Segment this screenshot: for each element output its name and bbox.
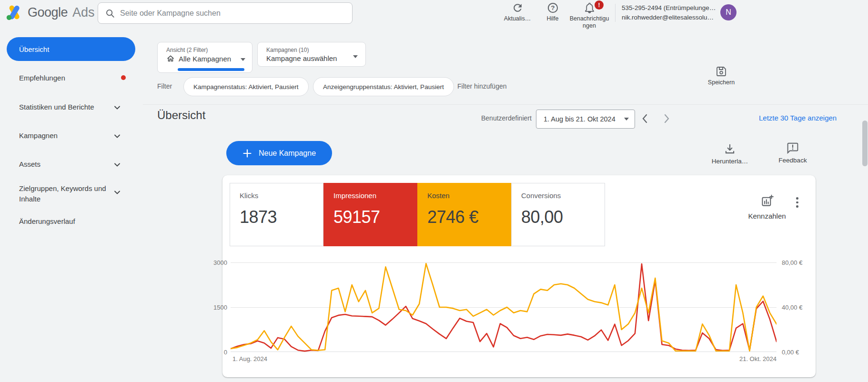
help-label: Hilfe [546, 15, 558, 22]
save-icon [716, 66, 727, 77]
date-range-value: 1. Aug bis 21. Okt 2024 [544, 115, 619, 123]
notifications-button[interactable]: ! Benachrichtigungen [566, 2, 612, 30]
sidebar-item-label: Änderungsverlauf [19, 217, 75, 225]
y-right-tick-0: 0,00 € [782, 349, 799, 356]
feedback-button[interactable]: Feedback [769, 142, 817, 164]
avatar-initial: N [726, 8, 731, 17]
sidebar-item-label: Übersicht [19, 45, 49, 53]
sidebar-item-label: Statistiken und Berichte [19, 103, 94, 111]
metric-label: Klicks [240, 191, 323, 200]
date-prev-button[interactable] [641, 113, 650, 124]
metrics-picker-button[interactable]: Kennzahlen [741, 194, 793, 220]
chart-menu-button[interactable] [794, 195, 800, 210]
account-email: nik.rohwedder@elitesalessolu… [622, 13, 716, 22]
view-dropdown-value: Alle Kampagnen [179, 55, 231, 63]
x-axis-end-label: 21. Okt. 2024 [729, 355, 777, 362]
sidebar-item-label: Kampagnen [19, 131, 58, 140]
new-campaign-button[interactable]: Neue Kampagne [226, 141, 332, 165]
page-scrollbar[interactable] [862, 121, 868, 166]
metrics-picker-label: Kennzahlen [748, 212, 786, 220]
y-right-tick-80: 80,00 € [782, 259, 802, 266]
recommendations-dot-icon [121, 75, 126, 80]
metric-card-conversions[interactable]: Conversions 80,00 [511, 183, 605, 246]
google-ads-logo-icon [6, 4, 23, 21]
sidebar-item-aenderungsverlauf[interactable]: Änderungsverlauf [19, 217, 129, 225]
sidebar-item-uebersicht[interactable]: Übersicht [7, 37, 135, 61]
chevron-down-icon[interactable] [113, 104, 121, 111]
sidebar-item-label: Zielgruppen, Keywords und Inhalte [19, 184, 106, 203]
y-left-tick-3000: 3000 [212, 259, 227, 266]
download-button[interactable]: Herunterla… [706, 143, 754, 165]
metric-label: Conversions [521, 191, 605, 200]
view-dropdown-label: Ansicht (2 Filter) [166, 47, 252, 53]
sidebar-item-kampagnen[interactable]: Kampagnen [19, 131, 129, 140]
metric-value: 1873 [240, 207, 323, 227]
account-info[interactable]: 535-295-2494 (Entrümpelunge… nik.rohwedd… [622, 3, 716, 22]
date-mode-label: Benutzerdefiniert [481, 114, 532, 122]
sidebar-item-empfehlungen[interactable]: Empfehlungen [19, 74, 129, 82]
chevron-down-icon[interactable] [113, 189, 121, 196]
date-next-button[interactable] [661, 113, 671, 124]
campaign-dropdown-value: Kampagne auswählen [266, 54, 337, 62]
chevron-down-icon[interactable] [113, 132, 121, 140]
notification-badge: ! [595, 0, 604, 10]
global-search[interactable] [98, 2, 353, 24]
plus-icon [242, 149, 252, 158]
campaign-dropdown[interactable]: Kampagnen (10) Kampagne auswählen [257, 42, 366, 67]
new-campaign-label: Neue Kampagne [259, 149, 316, 158]
logo-text-google: Google [28, 5, 68, 20]
metric-card-kosten[interactable]: Kosten 2746 € [417, 183, 511, 246]
refresh-icon [512, 2, 524, 14]
metric-value: 2746 € [427, 207, 511, 227]
view-dropdown[interactable]: Ansicht (2 Filter) Alle Kampagnen [157, 42, 252, 73]
svg-text:?: ? [551, 4, 555, 11]
metric-value: 59157 [333, 207, 417, 227]
sidebar-item-statistiken[interactable]: Statistiken und Berichte [19, 103, 129, 111]
campaign-dropdown-label: Kampagnen (10) [266, 47, 365, 53]
sidebar-item-assets[interactable]: Assets [19, 160, 129, 168]
caret-down-icon [624, 118, 629, 121]
metric-card-klicks[interactable]: Klicks 1873 [230, 183, 323, 246]
logo-text-ads: Ads [72, 5, 95, 20]
x-axis-start-label: 1. Aug. 2024 [232, 355, 267, 362]
download-icon [724, 143, 736, 155]
add-filter-button[interactable]: Filter hinzufügen [457, 82, 507, 90]
feedback-label: Feedback [778, 157, 807, 164]
filter-label: Filter [157, 82, 172, 90]
metric-value: 80,00 [521, 207, 605, 227]
metric-label: Impressionen [333, 191, 417, 200]
chip-label: Anzeigengruppenstatus: Aktiviert, Pausie… [323, 83, 444, 90]
overview-chart-svg [231, 262, 777, 352]
y-right-tick-40: 40,00 € [782, 304, 802, 311]
caret-down-icon [353, 55, 358, 58]
chevron-down-icon[interactable] [113, 161, 121, 169]
sidebar-item-label: Assets [19, 160, 40, 168]
caret-down-icon [241, 58, 245, 61]
google-ads-app: Google Ads Aktualis… ? Hilfe ! Benachric… [0, 0, 868, 382]
metric-label: Kosten [427, 191, 511, 200]
download-label: Herunterla… [712, 158, 748, 165]
chart-plot-area [231, 262, 777, 352]
y-left-tick-1500: 1500 [212, 304, 227, 311]
refresh-label: Aktualis… [504, 15, 531, 22]
sidebar-item-label: Empfehlungen [19, 74, 65, 82]
bar-chart-plus-icon [761, 194, 774, 207]
notifications-label: Benachrichtigungen [568, 15, 610, 30]
avatar[interactable]: N [720, 4, 737, 20]
date-range-picker[interactable]: 1. Aug bis 21. Okt 2024 [536, 110, 635, 129]
search-input[interactable] [120, 9, 345, 18]
account-id: 535-295-2494 (Entrümpelunge… [622, 3, 716, 13]
active-view-underline [178, 68, 244, 71]
sidebar-item-zielgruppen[interactable]: Zielgruppen, Keywords und Inhalte [19, 183, 110, 204]
y-left-tick-0: 0 [212, 349, 227, 356]
metric-card-impressionen[interactable]: Impressionen 59157 [323, 183, 417, 246]
filter-chip-campaign-status[interactable]: Kampagnenstatus: Aktiviert, Pausiert [183, 77, 309, 96]
save-button[interactable]: Speichern [704, 66, 738, 86]
chip-label: Kampagnenstatus: Aktiviert, Pausiert [193, 83, 299, 90]
feedback-icon [787, 142, 799, 154]
last-30-days-link[interactable]: Letzte 30 Tage anzeigen [759, 114, 837, 122]
filter-chip-adgroup-status[interactable]: Anzeigengruppenstatus: Aktiviert, Pausie… [313, 77, 454, 96]
overview-chart-card: Klicks 1873 Impressionen 59157 Kosten 27… [222, 175, 816, 377]
save-label: Speichern [708, 79, 735, 86]
bell-icon [584, 2, 595, 14]
